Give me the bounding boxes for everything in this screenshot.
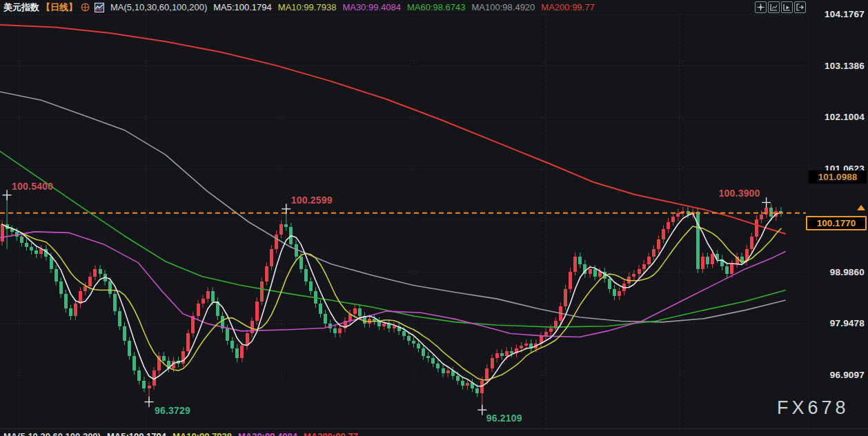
candle-body [608,279,611,288]
ma10-value: MA10:99.7938 [278,2,337,12]
price-axis-label[interactable]: 96.9097 [787,370,865,380]
pane-separator [0,428,868,429]
candle-body [118,311,121,326]
candle-body [417,344,420,348]
indicator-legend-cutoff: MA(5,10,30,60,100,200)MA5:100.1794MA10:9… [3,431,866,436]
candle-body [353,308,357,313]
indicator-panel-icon[interactable] [768,1,780,13]
candle-body [652,249,655,257]
candle-body [505,351,509,356]
candle-body [108,281,112,294]
candle-body [55,269,58,281]
high-price-tag: 101.0988 [809,170,867,184]
candle-body [382,324,386,326]
candle-body [667,222,670,230]
candle-body [520,346,523,348]
candle-body [618,291,621,296]
candle-body [295,244,298,257]
crosshair-icon[interactable] [755,1,767,13]
price-axis-label[interactable]: 97.9478 [787,318,865,328]
candle-body [431,358,435,363]
candle-body [613,289,616,297]
candle-body [358,308,362,316]
ma-line-ma10 [2,224,781,380]
circle-plus-icon[interactable] [81,3,90,12]
candle-body [123,326,126,341]
price-axis-label[interactable]: 102.1004 [787,112,865,122]
candle-body [128,341,131,356]
price-axis-label[interactable]: 98.9860 [787,267,865,277]
ma-line-ma60 [0,151,785,327]
candle-body [186,333,190,350]
candle-body [578,257,582,264]
candle-body [132,356,136,371]
fx678-watermark: FX678 [777,397,849,419]
candle-body [162,356,166,361]
candle-body [64,294,68,309]
candle-body [309,281,313,291]
candle-body [426,356,430,359]
candle-body [83,286,87,291]
candle-body [59,281,63,294]
candle-body [544,332,548,336]
candle-body [148,386,151,388]
candle-body [275,235,278,250]
candle-body [50,257,53,269]
candle-body [573,257,577,272]
candle-body [671,217,675,221]
price-annotation: 96.3729 [155,405,190,416]
candle-body [34,250,38,254]
candle-body [211,291,215,301]
kline-chart-icon[interactable] [95,3,104,12]
cutoff-legend-text: MA5:100.1794 [107,431,166,436]
candle-body [137,370,141,380]
playback-panel-icon[interactable] [781,1,793,13]
candle-body [10,229,14,232]
candle-body [725,266,729,274]
candle-body [265,266,268,281]
candlestick-chart[interactable] [0,0,868,436]
candle-body [480,381,484,393]
popout-icon[interactable] [794,1,806,13]
candle-body [93,269,97,277]
candle-body [657,239,660,249]
candle-body [279,224,283,234]
candle-body [638,269,641,274]
cutoff-legend-text: MA10:99.7938 [172,431,232,436]
candle-body [407,336,411,341]
candle-body [99,269,102,274]
ma200-value: MA200:99.77 [541,2,594,12]
candle-body [442,368,445,373]
price-annotation: 96.2109 [486,413,522,424]
candle-body [549,328,553,332]
candle-body [402,331,406,336]
candle-body [510,351,513,354]
cutoff-legend-text: MA200:99.77 [304,431,358,436]
ma-params-label: MA(5,10,30,60,100,200) [110,2,207,12]
symbol-name: 美元指数 [3,1,39,14]
candle-body [436,364,440,368]
candle-body [20,237,23,243]
candle-body [393,326,396,329]
candle-body [230,341,234,348]
candle-body [25,243,28,247]
chart-toolbar [755,1,806,13]
latest-price-arrow-icon[interactable] [857,205,865,210]
price-axis-label[interactable]: 103.1386 [787,61,865,71]
candle-body [760,215,763,219]
candle-body [206,291,210,299]
candle-body [338,328,342,333]
candle-body [299,257,303,269]
candle-body [319,304,322,313]
ma-line-ma200 [0,25,785,234]
candle-body [642,264,646,269]
candle-body [647,257,651,264]
chart-app-window: 美元指数 【日线】 MA(5,10,30,60,100,200) MA5:100… [0,0,868,436]
candle-body [495,353,499,358]
candle-body [197,304,200,316]
candle-body [701,257,704,269]
candle-body [589,269,592,274]
period-selector[interactable]: 【日线】 [41,1,77,14]
candle-body [30,247,33,251]
ma100-value: MA100:98.4920 [472,2,535,12]
